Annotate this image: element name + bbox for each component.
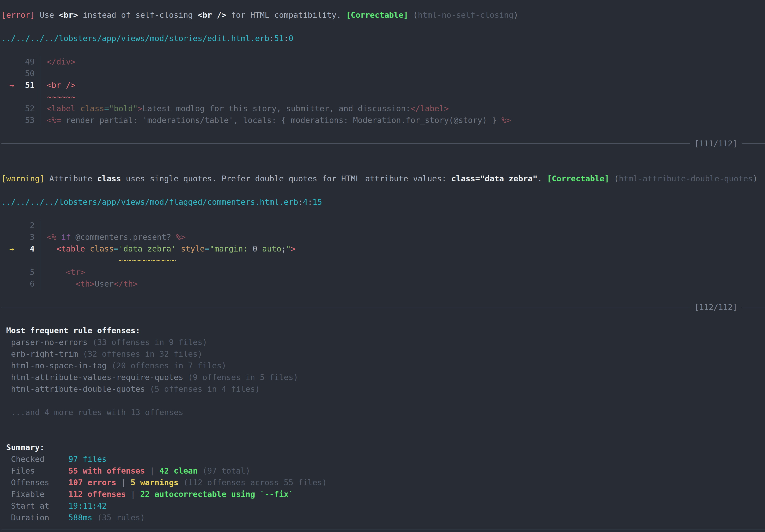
text-segment: > <box>138 104 142 113</box>
line-number: 51 <box>274 34 284 43</box>
line-gutter: 53 <box>1 114 41 126</box>
files-clean: 42 clean <box>160 466 198 475</box>
rule-offense-item: erb-right-trim (32 offenses in 32 files) <box>1 348 765 360</box>
code-line-50: 50 <box>1 68 765 79</box>
correctable-badge: [Correctable] <box>346 10 408 20</box>
text-segment: = <box>205 244 210 254</box>
code-text: <th>User</th> <box>41 278 138 289</box>
text-segment: : <box>284 34 289 43</box>
text-segment: class <box>76 104 104 113</box>
line-number: 4 <box>303 197 308 207</box>
text-segment: = <box>114 244 119 254</box>
text-segment: ) <box>513 10 518 20</box>
text-segment: (112 offenses across 55 files) <box>178 478 327 487</box>
text-segment <box>609 174 614 183</box>
text-segment: auto <box>258 244 281 254</box>
rule-offense-item: html-no-space-in-tag (20 offenses in 7 f… <box>1 360 765 371</box>
text-segment: <tr> <box>47 267 85 277</box>
rule-name: html-attribute-double-quotes <box>1 384 145 394</box>
text-segment: . <box>537 174 547 183</box>
summary-label: Start at <box>1 501 69 510</box>
text-segment: 0 <box>248 244 258 254</box>
offense-counter: [111/112] <box>690 138 742 149</box>
text-segment: (35 rules) <box>92 513 145 522</box>
text-segment: Latest modlog for this story, submitter,… <box>142 104 410 113</box>
rule-count: (20 offenses in 7 files) <box>107 361 226 370</box>
text-segment: | <box>145 466 159 475</box>
line-gutter: 52 <box>1 103 41 114</box>
text-segment: class="data zebra" <box>451 174 537 183</box>
text-segment: | <box>126 489 140 499</box>
text-segment: %> <box>176 232 186 242</box>
summary-value: 97 files <box>69 454 107 464</box>
summary-heading: Summary: <box>1 441 765 453</box>
line-gutter <box>1 91 41 103</box>
gutter-line-number: 6 <box>30 278 35 289</box>
offense-counter-separator: [112/112] <box>1 301 765 313</box>
text-segment: (97 total) <box>198 466 250 475</box>
code-line-5: 5 <tr> <box>1 266 765 278</box>
warning-message: [warning] Attribute class uses single qu… <box>1 173 765 185</box>
file-path: ../../../../lobsters/app/views/mod/flagg… <box>1 196 765 208</box>
gutter-line-number: 5 <box>30 266 35 278</box>
file-path: ../../../../lobsters/app/views/mod/stori… <box>1 33 765 44</box>
code-text <box>41 68 47 79</box>
error-squiggle-line: ~~~~~~ <box>1 91 765 103</box>
blank-line <box>1 21 765 33</box>
blank-line <box>1 430 765 441</box>
line-gutter: 3 <box>1 231 41 243</box>
code-line-51: →51<br /> <box>1 79 765 91</box>
rule-name: parser-no-errors <box>1 337 87 347</box>
text-segment: : <box>298 197 303 207</box>
text-segment: ; <box>281 244 286 254</box>
autocorrectable-count: 22 autocorrectable using `--fix` <box>140 489 294 499</box>
text-segment: ( <box>614 174 619 183</box>
text-segment <box>47 256 119 265</box>
code-line-6: 6 <th>User</th> <box>1 278 765 289</box>
blank-line <box>1 418 765 430</box>
rule-offense-item: html-attribute-values-require-quotes (9 … <box>1 371 765 383</box>
text-segment: " <box>286 244 291 254</box>
text-segment: > <box>291 244 296 254</box>
line-gutter: 6 <box>1 278 41 289</box>
warning-squiggle-line: ~~~~~~~~~~~~ <box>1 255 765 266</box>
code-text: ~~~~~~ <box>41 91 76 103</box>
error-message: [error] Use <br> instead of self-closing… <box>1 9 765 21</box>
text-segment: </label> <box>410 104 449 113</box>
code-text: <br /> <box>41 79 76 91</box>
text-segment: Use <box>35 10 59 20</box>
gutter-line-number: 3 <box>30 231 35 243</box>
column-number: 15 <box>313 197 322 207</box>
text-segment: if <box>61 232 71 242</box>
rule-offense-item: html-attribute-double-quotes (5 offenses… <box>1 383 765 395</box>
file-path-text: ../../../../lobsters/app/views/mod/stori… <box>1 34 269 43</box>
gutter-line-number: 53 <box>25 114 35 126</box>
bottom-rule <box>1 523 765 532</box>
text-segment: @commenters.present? <box>71 232 176 242</box>
blank-line <box>1 208 765 220</box>
blank-line <box>1 126 765 138</box>
gutter-line-number: 4 <box>30 243 35 255</box>
text-segment <box>47 244 56 254</box>
blank-line <box>1 313 765 325</box>
blank-line <box>1 161 765 173</box>
summary-label: Fixable <box>1 489 69 499</box>
more-rules-note: ...and 4 more rules with 13 offenses <box>1 406 765 418</box>
offense-arrow-icon: → <box>9 79 14 91</box>
code-line-2: 2 <box>1 220 765 231</box>
summary-row-checked: Checked 97 files <box>1 453 765 465</box>
text-segment: ( <box>413 10 417 20</box>
text-segment: <br /> <box>47 80 76 90</box>
text-segment: Most frequent rule offenses: <box>1 326 140 335</box>
gutter-line-number: 50 <box>25 68 35 79</box>
rule-count: (32 offenses in 32 files) <box>78 349 203 358</box>
code-text: <table class='data zebra' style="margin:… <box>41 243 296 255</box>
text-segment: <%= <box>47 116 61 125</box>
gutter-line-number: 51 <box>25 79 35 91</box>
separator-line <box>742 307 765 307</box>
separator-line <box>1 529 765 529</box>
code-text <box>41 220 47 231</box>
text-segment: ...and 4 more rules with 13 offenses <box>1 408 183 417</box>
files-with-offenses: 55 with offenses <box>69 466 145 475</box>
summary-row-fixable: Fixable 112 offenses | 22 autocorrectabl… <box>1 488 765 500</box>
